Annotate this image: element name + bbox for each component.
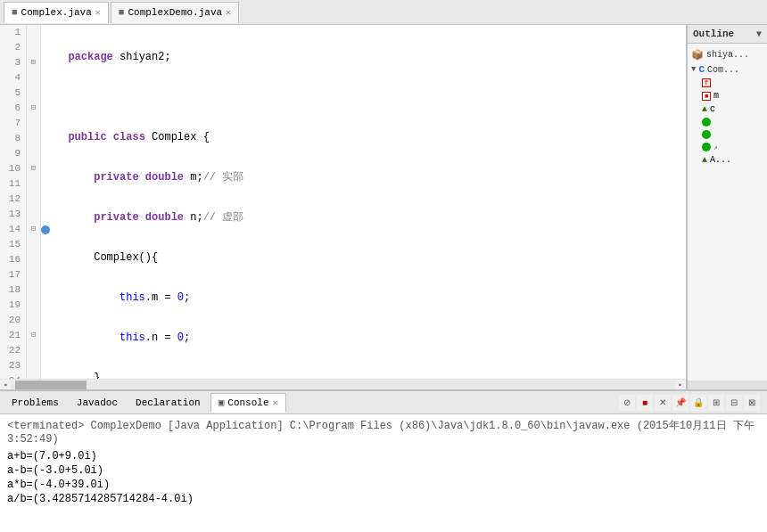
console-terminated-line: <terminated> ComplexDemo [Java Applicati… — [7, 418, 760, 446]
code-line-8: this.n = 0; — [55, 331, 682, 346]
package-icon: 📦 — [691, 49, 704, 61]
console-output-area[interactable]: <terminated> ComplexDemo [Java Applicati… — [0, 414, 767, 532]
fold-icon-14[interactable]: ⊟ — [31, 222, 36, 237]
outline-item-add[interactable] — [688, 128, 767, 141]
outline-header: Outline ▼ — [688, 25, 767, 44]
view3-button[interactable]: ⊠ — [744, 395, 760, 411]
tab-label2: ComplexDemo.java — [128, 7, 222, 18]
view2-button[interactable]: ⊟ — [726, 395, 742, 411]
line-numbers: 12345 678910 1112131415 1617181920 21222… — [0, 25, 27, 379]
remove-button[interactable]: ✕ — [655, 395, 671, 411]
console-icon: ▣ — [219, 397, 225, 408]
outline-item-pkg[interactable]: 📦 shiya... — [688, 47, 767, 62]
code-line-5: private double n;// 虚部 — [55, 210, 682, 225]
tab-close-icon[interactable]: ✕ — [95, 7, 101, 18]
tab-label: Complex.java — [21, 7, 92, 18]
console-label: Console — [227, 397, 268, 408]
javadoc-label: Javadoc — [77, 397, 118, 408]
fold-icon-21[interactable]: ⊟ — [31, 328, 36, 343]
outline-item-class[interactable]: ▼ C Com... — [688, 62, 767, 77]
editor-pane: 12345 678910 1112131415 1617181920 21222… — [0, 25, 687, 389]
tab-complex-java[interactable]: ■ Complex.java ✕ — [4, 2, 109, 23]
main-area: 12345 678910 1112131415 1617181920 21222… — [0, 25, 767, 389]
outline-item-field-m[interactable]: f — [688, 77, 767, 89]
declaration-label: Declaration — [136, 397, 201, 408]
fold-icon-6[interactable]: ⊟ — [31, 101, 36, 116]
console-line-3: a*b=(-4.0+39.0i) — [7, 478, 760, 492]
h-scroll-right[interactable]: ▸ — [675, 381, 686, 389]
problems-label: Problems — [12, 397, 59, 408]
console-line-1: a+b=(7.0+9.0i) — [7, 449, 760, 463]
outline-mult-label: A... — [710, 155, 731, 165]
tab-javadoc[interactable]: Javadoc — [69, 393, 126, 413]
bottom-tab-row: Problems Javadoc Declaration ▣ Console ✕… — [4, 393, 763, 413]
outline-item-mult[interactable]: ▲ A... — [688, 153, 767, 167]
method-arrow-a-icon: ▲ — [702, 155, 707, 165]
bottom-area: Problems Javadoc Declaration ▣ Console ✕… — [0, 389, 767, 532]
fold-gutter: ⊟ ⊟ ⊟ ⊟ — [27, 25, 41, 379]
code-line-7: this.m = 0; — [55, 291, 682, 306]
view1-button[interactable]: ⊞ — [708, 395, 724, 411]
outline-ctor1-label: c — [710, 104, 715, 114]
console-line-4: a/b=(3.4285714285714284-4.0i) — [7, 492, 760, 506]
outline-panel: Outline ▼ 📦 shiya... ▼ C Com... f ■ m — [687, 25, 767, 389]
outline-scroll[interactable] — [688, 381, 767, 389]
java-file-icon: ■ — [12, 7, 18, 18]
console-line-2: a-b=(-3.0+5.0i) — [7, 463, 760, 478]
tab-close-icon2[interactable]: ✕ — [226, 7, 231, 18]
method-green-circle3 — [702, 143, 711, 151]
outline-item-ctor2[interactable] — [688, 116, 767, 128]
breakpoint-dot — [41, 225, 50, 234]
method-green-circle — [702, 118, 711, 127]
constructor-icon: ▲ — [702, 104, 707, 114]
pin-button[interactable]: 📌 — [672, 395, 689, 411]
lock-button[interactable]: 🔒 — [690, 395, 706, 411]
outline-content: 📦 shiya... ▼ C Com... f ■ m ▲ c — [688, 44, 767, 381]
outline-class-label: Com... — [707, 65, 739, 75]
console-output-lines: a+b=(7.0+9.0i) a-b=(-3.0+5.0i) a*b=(-4.0… — [7, 449, 760, 506]
code-line-1: package shiyan2; — [55, 50, 682, 65]
outline-item-field-c[interactable]: ■ m — [688, 89, 767, 102]
code-line-4: private double m;// 实部 — [55, 170, 682, 185]
h-scroll-track[interactable] — [11, 381, 675, 389]
outline-item-ctor1[interactable]: ▲ c — [688, 102, 767, 116]
tab-declaration[interactable]: Declaration — [128, 393, 209, 413]
method-green-circle2 — [702, 130, 711, 139]
dot-gutter — [41, 25, 52, 379]
terminate-button[interactable]: ■ — [637, 395, 653, 411]
console-toolbar: ⊘ ■ ✕ 📌 🔒 ⊞ ⊟ ⊠ — [615, 395, 763, 411]
editor-tab-bar: ■ Complex.java ✕ ■ ComplexDemo.java ✕ — [0, 0, 767, 25]
clear-console-button[interactable]: ⊘ — [619, 395, 635, 411]
java-file-icon2: ■ — [119, 7, 125, 18]
code-line-6: Complex(){ — [55, 250, 682, 266]
outline-menu-icon[interactable]: ▼ — [756, 29, 762, 39]
bottom-tab-bar: Problems Javadoc Declaration ▣ Console ✕… — [0, 391, 767, 414]
outline-item-minus[interactable]: ↗ — [688, 141, 767, 153]
editor-scroll[interactable]: 12345 678910 1112131415 1617181920 21222… — [0, 25, 686, 379]
fold-icon-10[interactable]: ⊟ — [31, 161, 36, 176]
fold-icon-3[interactable]: ⊟ — [31, 55, 36, 70]
tree-arrow-down[interactable]: ▼ — [691, 65, 696, 74]
h-scroll-left[interactable]: ◂ — [0, 381, 11, 389]
tab-complexdemo-java[interactable]: ■ ComplexDemo.java ✕ — [111, 2, 239, 23]
outline-title: Outline — [693, 29, 734, 39]
h-scroll-thumb[interactable] — [15, 381, 87, 389]
horizontal-scrollbar[interactable]: ◂ ▸ — [0, 379, 686, 389]
console-close-icon[interactable]: ✕ — [273, 397, 278, 408]
code-line-3: public class Complex { — [55, 130, 682, 145]
class-icon: C — [698, 64, 705, 75]
tab-problems[interactable]: Problems — [4, 393, 67, 413]
method-arrow-icon: ↗ — [713, 143, 718, 151]
code-line-9: } — [55, 371, 682, 379]
outline-pkg-label: shiya... — [706, 50, 749, 60]
tab-console[interactable]: ▣ Console ✕ — [210, 393, 286, 413]
field-c-icon: ■ — [702, 92, 711, 101]
code-line-2 — [55, 90, 682, 105]
outline-c-label: m — [713, 91, 719, 101]
code-area[interactable]: package shiyan2; public class Complex { … — [52, 25, 686, 379]
code-container: 12345 678910 1112131415 1617181920 21222… — [0, 25, 686, 379]
field-icon: f — [702, 78, 711, 87]
